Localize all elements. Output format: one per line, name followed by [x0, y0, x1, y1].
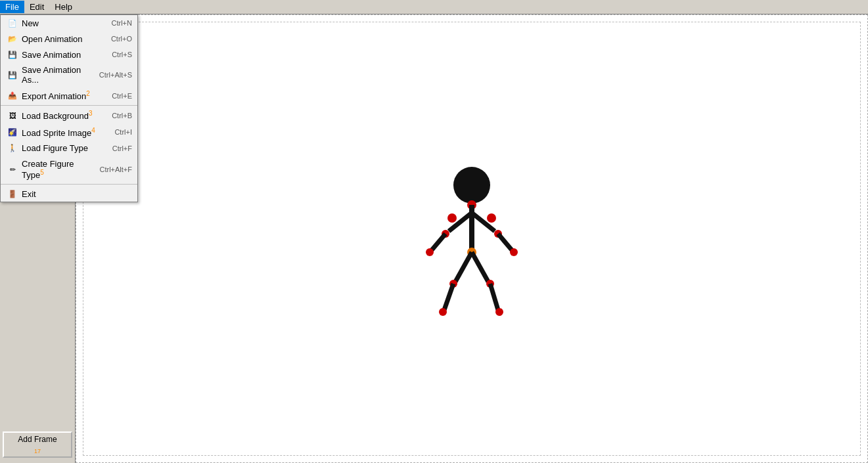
export-icon: 📤 [6, 91, 19, 101]
menu-save-as[interactable]: 💾 Save Animation As... Ctrl+Alt+S [1, 62, 137, 87]
file-dropdown-menu: 📄 New Ctrl+N 📂 Open Animation Ctrl+O 💾 S… [0, 14, 138, 202]
add-frame-button[interactable]: Add Frame 17 [3, 431, 72, 458]
menu-load-figure[interactable]: 🚶 Load Figure Type Ctrl+F [1, 141, 137, 156]
new-icon: 📄 [6, 18, 19, 28]
export-num: 2 [86, 90, 90, 97]
add-frame-label: Add Frame [18, 435, 57, 444]
menu-new-label: New [22, 18, 106, 28]
menu-export-label: Export Animation2 [22, 90, 106, 101]
menu-help[interactable]: Help [49, 1, 78, 13]
menu-create-label: Create Figure Type5 [22, 159, 94, 180]
menu-exit-label: Exit [22, 189, 127, 199]
left-wrist [426, 248, 434, 256]
menu-saveas-label: Save Animation As... [22, 65, 94, 85]
separator-2 [1, 184, 137, 185]
stickman-figure[interactable] [413, 160, 531, 318]
save-icon: 💾 [6, 49, 19, 60]
create-num: 5 [40, 169, 44, 176]
menu-exit[interactable]: 🚪 Exit [1, 186, 137, 202]
menu-edit[interactable]: Edit [24, 1, 49, 13]
right-wrist [510, 248, 518, 256]
menu-bg-label: Load Background3 [22, 110, 106, 121]
menu-load-sprite[interactable]: 🌠 Load Sprite Image4 Ctrl+I [1, 124, 137, 141]
exit-icon: 🚪 [6, 188, 19, 199]
menu-figure-label: Load Figure Type [22, 143, 107, 153]
menu-save-shortcut: Ctrl+S [112, 51, 132, 58]
menu-saveas-shortcut: Ctrl+Alt+S [99, 71, 132, 79]
menu-open-label: Open Animation [22, 34, 106, 44]
sprite-icon: 🌠 [6, 127, 19, 137]
bg-num: 3 [89, 110, 93, 117]
right-shoulder [487, 213, 496, 223]
sidebar-spacer [3, 170, 72, 431]
right-lower-arm [498, 234, 513, 251]
sprite-num: 4 [91, 127, 95, 134]
left-lower-arm [431, 234, 445, 251]
figure-icon: 🚶 [6, 143, 19, 154]
bg-icon: 🖼 [6, 110, 19, 121]
left-lower-leg [444, 284, 453, 310]
menu-create-shortcut: Ctrl+Alt+F [99, 165, 132, 173]
saveas-icon: 💾 [6, 70, 19, 80]
menu-file[interactable]: File [0, 1, 24, 13]
left-upper-leg [455, 252, 472, 282]
open-icon: 📂 [6, 33, 19, 44]
menu-open-shortcut: Ctrl+O [111, 35, 132, 43]
right-lower-leg [490, 284, 498, 310]
menu-new[interactable]: 📄 New Ctrl+N [1, 15, 137, 31]
canvas-area [76, 14, 868, 463]
menu-export-shortcut: Ctrl+E [112, 92, 132, 100]
menu-sprite-shortcut: Ctrl+I [114, 128, 132, 136]
menu-save-label: Save Animation [22, 50, 106, 60]
right-upper-leg [472, 252, 488, 282]
menu-bar: File Edit Help [0, 0, 868, 14]
head [453, 167, 490, 204]
right-ankle [495, 308, 503, 316]
add-frame-num: 17 [34, 448, 41, 454]
menu-sprite-label: Load Sprite Image4 [22, 127, 109, 138]
menu-load-background[interactable]: 🖼 Load Background3 Ctrl+B [1, 107, 137, 123]
menu-figure-shortcut: Ctrl+F [112, 144, 132, 152]
menu-save-animation[interactable]: 💾 Save Animation Ctrl+S [1, 47, 137, 62]
left-ankle [439, 308, 447, 316]
left-shoulder [447, 213, 457, 223]
menu-bg-shortcut: Ctrl+B [112, 112, 132, 120]
create-figure-icon: ✏ [6, 164, 19, 175]
menu-open-animation[interactable]: 📂 Open Animation Ctrl+O [1, 31, 137, 47]
menu-new-shortcut: Ctrl+N [112, 19, 132, 27]
menu-create-figure[interactable]: ✏ Create Figure Type5 Ctrl+Alt+F [1, 156, 137, 183]
separator-1 [1, 105, 137, 106]
menu-export-animation[interactable]: 📤 Export Animation2 Ctrl+E [1, 87, 137, 104]
